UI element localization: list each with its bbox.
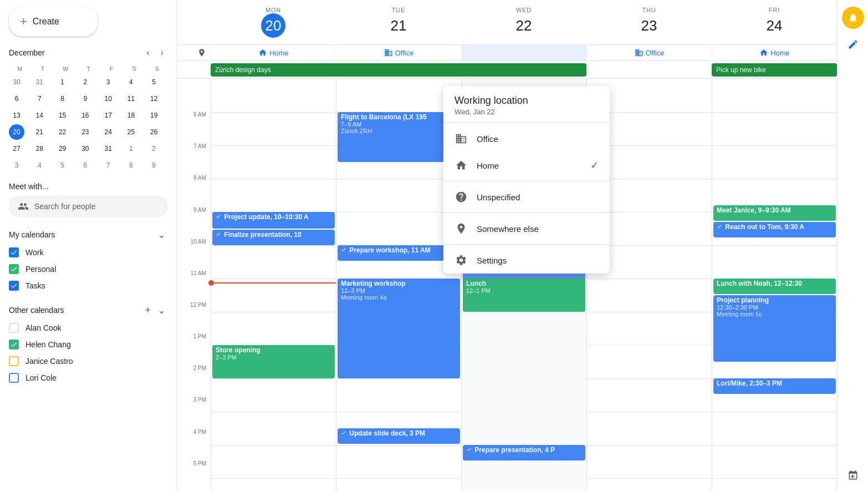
cal-item-lori[interactable]: Lori Cole [9,371,168,385]
cal-day[interactable]: 27 [9,141,24,156]
wed-num[interactable]: 22 [512,13,536,38]
cal-day[interactable]: 21 [32,124,47,140]
cal-day[interactable]: 23 [78,124,93,140]
cal-item-janice[interactable]: Janice Castro [9,354,168,368]
day-header-tue[interactable]: TUE 21 [336,4,461,40]
event-project-planning[interactable]: Project planning 12:30–2:30 PM Meeting r… [713,295,836,362]
personal-checkbox[interactable] [9,264,19,274]
cal-day[interactable]: 12 [146,91,162,107]
loc-mon[interactable]: Home [211,45,336,60]
allday-event-zurich[interactable]: Zürich design days [211,63,586,77]
cal-item-tasks[interactable]: Tasks [9,279,168,293]
thu-num[interactable]: 23 [637,13,661,38]
create-button[interactable]: + Create [9,7,98,37]
alan-checkbox[interactable] [9,323,19,333]
cal-day[interactable]: 30 [78,141,93,156]
event-lunch-noah[interactable]: Lunch with Noah, 12–12:30 [713,279,836,294]
cal-day[interactable]: 31 [100,141,116,156]
cal-day[interactable]: 18 [123,108,139,123]
cal-day[interactable]: 3 [9,158,24,173]
cal-day[interactable]: 2 [146,141,162,156]
cal-day[interactable]: 13 [9,108,24,123]
event-prepare-workshop[interactable]: Prepare workshop, 11 AM [338,245,460,261]
notifications-icon[interactable] [842,7,864,29]
cal-item-personal[interactable]: Personal [9,262,168,276]
tue-num[interactable]: 21 [386,13,411,38]
popup-item-somewhere[interactable]: Somewhere else [443,215,610,242]
col-tue[interactable]: Flight to Barcelona (LX 195 7–9 AM Züric… [336,79,461,491]
mini-cal-prev[interactable]: ‹ [142,45,154,60]
cal-day[interactable]: 6 [9,91,24,107]
mon-num[interactable]: 20 [261,13,285,38]
fri-num[interactable]: 24 [762,13,787,38]
event-slide-deck[interactable]: Update slide deck, 3 PM [338,428,460,444]
cal-day[interactable]: 16 [78,108,93,123]
event-lori-mike[interactable]: Lori/Mike, 2:30–3 PM [713,378,836,394]
cal-day[interactable]: 1 [123,141,139,156]
allday-event-bike[interactable]: Pick up new bike [712,63,837,77]
mini-cal-next[interactable]: › [156,45,168,60]
cal-day[interactable]: 5 [55,158,70,173]
cal-day[interactable]: 3 [100,74,116,90]
lori-checkbox[interactable] [9,373,19,383]
cal-day[interactable]: 29 [55,141,70,156]
cal-day[interactable]: 26 [146,124,162,140]
cal-day[interactable]: 30 [9,74,24,90]
day-header-thu[interactable]: THU 23 [586,4,712,40]
event-meet-janice[interactable]: Meet Janice, 9–9:30 AM [713,205,836,221]
edit-icon[interactable] [842,33,864,55]
event-flight[interactable]: Flight to Barcelona (LX 195 7–9 AM Züric… [338,112,460,162]
event-lunch[interactable]: Lunch 12–1 PM [463,279,585,312]
cal-day[interactable]: 5 [146,74,162,90]
popup-item-unspecified[interactable]: Unspecified [443,184,610,210]
cal-day[interactable]: 11 [123,91,139,107]
event-marketing-workshop[interactable]: Marketing workshop 12–3 PM Meeting room … [338,279,460,378]
cal-day[interactable]: 31 [32,74,47,90]
loc-wed[interactable] [461,45,586,60]
day-header-wed[interactable]: WED 22 [461,4,586,40]
cal-day[interactable]: 10 [100,91,116,107]
event-finalize[interactable]: Finalize presentation, 10 [212,230,335,245]
cal-day[interactable]: 9 [78,91,93,107]
cal-day[interactable]: 24 [100,124,116,140]
cal-day[interactable]: 4 [32,158,47,173]
cal-day[interactable]: 7 [100,158,116,173]
work-checkbox[interactable] [9,247,19,257]
cal-day[interactable]: 25 [123,124,139,140]
cal-item-alan[interactable]: Alan Cook [9,321,168,335]
add-other-calendar-button[interactable]: + [142,302,153,318]
col-fri[interactable]: Meet Janice, 9–9:30 AM Reach out to Tom,… [712,79,837,491]
cal-day[interactable]: 2 [78,74,93,90]
cal-day[interactable]: 19 [146,108,162,123]
popup-item-office[interactable]: Office [443,125,610,152]
cal-day[interactable]: 6 [78,158,93,173]
cal-day[interactable]: 17 [100,108,116,123]
cal-day[interactable]: 28 [32,141,47,156]
cal-day[interactable]: 14 [32,108,47,123]
event-prepare-presentation[interactable]: Prepare presentation, 4 P [463,445,585,460]
cal-day[interactable]: 7 [32,91,47,107]
cal-day[interactable]: 8 [123,158,139,173]
cal-day[interactable]: 8 [55,91,70,107]
col-mon[interactable]: Project update, 10–10:30 A Finalize pres… [211,79,336,491]
day-header-mon[interactable]: MON 20 [211,4,336,40]
popup-item-home[interactable]: Home ✓ [443,152,610,179]
tasks-checkbox[interactable] [9,281,19,291]
event-reach-tom[interactable]: Reach out to Tom, 9:30 A [713,222,836,237]
loc-thu[interactable]: Office [586,45,712,60]
cal-day[interactable]: 1 [55,74,70,90]
cal-day-today[interactable]: 20 [9,124,24,140]
helen-checkbox[interactable] [9,340,19,350]
day-header-fri[interactable]: FRI 24 [712,4,837,40]
cal-day[interactable]: 22 [55,124,70,140]
loc-fri[interactable]: Home [712,45,837,60]
add-calendar-icon[interactable] [842,464,864,487]
event-store-opening[interactable]: Store opening 2–3 PM [212,345,335,378]
search-people-input[interactable]: Search for people [9,195,168,217]
my-calendars-collapse[interactable]: ⌄ [155,226,168,243]
popup-item-settings[interactable]: Settings [443,247,610,274]
cal-day[interactable]: 9 [146,158,162,173]
cal-item-work[interactable]: Work [9,245,168,260]
cal-day[interactable]: 15 [55,108,70,123]
cal-item-helen[interactable]: Helen Chang [9,337,168,352]
